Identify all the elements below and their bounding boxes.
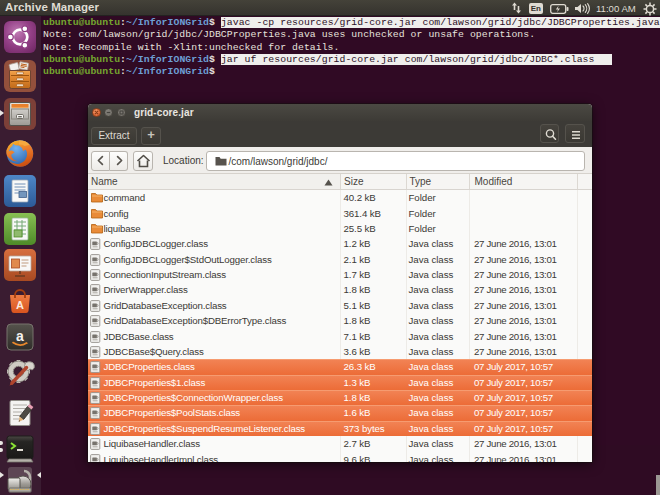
svg-text:A: A: [16, 299, 24, 311]
svg-text:a: a: [16, 328, 24, 344]
